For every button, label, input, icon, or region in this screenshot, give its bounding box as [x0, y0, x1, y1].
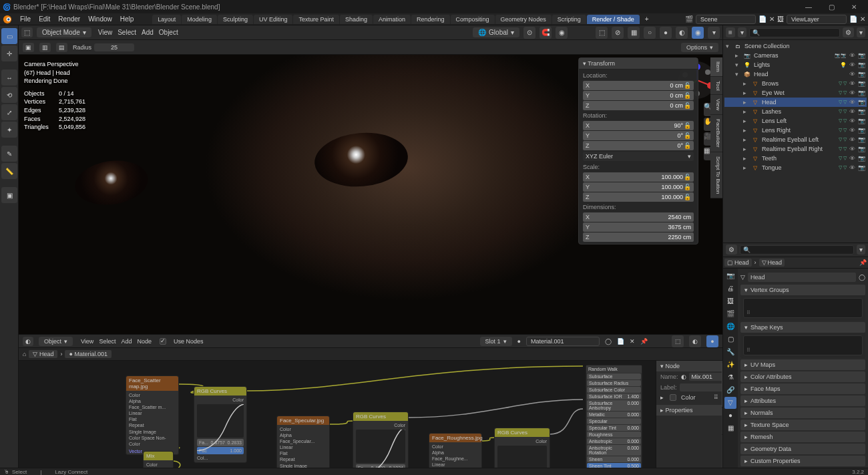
visibility-toggle[interactable]: 👁	[848, 71, 856, 77]
n-panel-tab-script-to-button[interactable]: Script To Button	[710, 152, 722, 198]
shader-menu-select[interactable]: Select	[96, 337, 118, 346]
node-properties-header[interactable]: ▸ Properties	[656, 405, 722, 416]
location-y[interactable]: Y0 cm🔓	[583, 91, 694, 100]
use-nodes-checkbox[interactable]	[160, 338, 166, 345]
unlink-material-button[interactable]: ✕	[630, 338, 635, 345]
pin-button[interactable]: 📌	[640, 338, 648, 345]
lock-icon[interactable]: 🔓	[683, 122, 691, 129]
workspace-tab-shading[interactable]: Shading	[340, 15, 373, 24]
pivot-button[interactable]: ⊙	[523, 27, 535, 39]
viewlayer-props-tab[interactable]: 🖼	[724, 295, 736, 307]
visibility-toggle[interactable]: 📷	[857, 52, 865, 59]
node-image-texture-roughness[interactable]: Face_Roughness.jpg ColorAlphaFace_Roughn…	[429, 433, 482, 468]
n-panel-tab-item[interactable]: Item	[710, 57, 722, 77]
shader-n-tab[interactable]: Options	[722, 408, 722, 435]
workspace-tab-uv-editing[interactable]: UV Editing	[254, 15, 293, 24]
outliner-tree[interactable]: ▾🗀 Scene Collection ▸📷Cameras📷📷👁📷▾💡Light…	[723, 40, 868, 243]
mode-dropdown[interactable]: Object Mode ▾	[37, 27, 91, 37]
prop-section-uv-maps[interactable]: ▸UV Maps	[740, 359, 865, 370]
viewport-menu-view[interactable]: View	[95, 27, 116, 37]
lock-icon[interactable]: 🔓	[683, 174, 691, 180]
scene-name-field[interactable]	[696, 15, 756, 24]
orientation-dropdown[interactable]: 🌐 Global ▾	[473, 27, 519, 37]
visibility-toggle[interactable]: 📷	[857, 99, 865, 106]
world-props-tab[interactable]: 🌐	[724, 321, 736, 333]
outliner-item-teeth[interactable]: ▸▽Teeth▽ ▽👁📷	[724, 154, 867, 163]
visibility-toggle[interactable]: 👁	[848, 90, 856, 96]
lock-icon[interactable]: 🔓	[683, 82, 691, 89]
snap-button[interactable]: 🧲	[539, 27, 552, 39]
rotation-x[interactable]: X90°🔓	[583, 121, 694, 130]
home-icon[interactable]: ⌂	[23, 351, 26, 357]
select-box-tool[interactable]: ▭	[1, 28, 17, 44]
node-mix[interactable]: Mix ColorClampColor10.450Color2	[143, 451, 174, 468]
node-rgb-curves-1[interactable]: RGB Curves Color Fa...0.87570.2833 Fac1.…	[194, 386, 247, 463]
menu-file[interactable]: File	[16, 14, 35, 24]
visibility-toggle[interactable]: 👁	[848, 146, 856, 152]
texture-props-tab[interactable]: ▦	[724, 422, 736, 434]
workspace-tab-sculpting[interactable]: Sculpting	[218, 15, 253, 24]
3d-viewport[interactable]: Camera Perspective (67) Head | Head Rend…	[19, 55, 722, 334]
n-panel-tab-facebuilder[interactable]: FaceBuilder	[710, 115, 722, 152]
menu-edit[interactable]: Edit	[35, 14, 54, 24]
node-principled-bsdf[interactable]: Random Walk SubsurfaceSubsurface RadiusS…	[586, 365, 642, 468]
visibility-toggle[interactable]: 👁	[848, 108, 856, 115]
outliner-item-head[interactable]: ▸▽Head▽ ▽👁📷	[724, 98, 867, 107]
scale-z[interactable]: Z100.000🔓	[583, 192, 694, 202]
workspace-tab-scripting[interactable]: Scripting	[552, 15, 586, 24]
node-rgb-curves-3[interactable]: RGB Curves Color Fac1.000 Col...	[494, 428, 550, 468]
lock-icon[interactable]: 🔓	[683, 92, 691, 99]
new-scene-button[interactable]: 📄	[758, 15, 767, 23]
viewport-menu-select[interactable]: Select	[115, 27, 139, 37]
outliner-item-brows[interactable]: ▸▽Brows▽ ▽👁📷	[724, 79, 867, 88]
object-props-tab[interactable]: ▢	[724, 333, 736, 345]
annotate-tool[interactable]: ✎	[1, 146, 17, 162]
prop-section-geometry-data[interactable]: ▸Geometry Data	[740, 444, 865, 454]
properties-search-field[interactable]	[740, 245, 854, 255]
shader-menu-view[interactable]: View	[78, 337, 96, 346]
list-box[interactable]: ⠿	[743, 335, 863, 355]
dim-x[interactable]: X2540 cm	[583, 212, 694, 222]
material-props-tab[interactable]: ●	[724, 410, 736, 422]
outliner-item-cameras[interactable]: ▸📷Cameras📷📷👁📷	[724, 51, 867, 60]
visibility-toggle[interactable]: 📷	[857, 155, 865, 162]
dim-z[interactable]: Z2250 cm	[583, 232, 694, 242]
visibility-toggle[interactable]: 📷	[857, 164, 865, 171]
workspace-tab-modeling[interactable]: Modeling	[182, 15, 217, 24]
proportional-edit-button[interactable]: ◉	[556, 27, 568, 39]
material-name-field[interactable]	[526, 337, 600, 346]
xray-toggle[interactable]: ▦	[628, 27, 640, 39]
outliner-item-head[interactable]: ▾📦Head👁📷	[724, 69, 867, 79]
rotation-z[interactable]: Z0°🔓	[583, 141, 694, 150]
visibility-toggle[interactable]: 📷	[857, 80, 865, 87]
render-props-tab[interactable]: 📷	[724, 270, 736, 282]
options-dropdown[interactable]: Options ▾	[681, 43, 718, 52]
outliner-search-field[interactable]	[749, 28, 840, 37]
shader-type-dropdown[interactable]: Object ▾	[39, 337, 73, 346]
transform-tool[interactable]: ✦	[1, 122, 17, 138]
editor-type-button[interactable]: ◐	[23, 337, 33, 346]
prop-crumb-obj[interactable]: ▢ Head	[724, 259, 752, 267]
workspace-tab-layout[interactable]: Layout	[152, 15, 181, 24]
add-workspace-button[interactable]: +	[641, 14, 653, 24]
visibility-toggle[interactable]: 📷	[857, 108, 865, 115]
wireframe-shading[interactable]: ○	[644, 27, 656, 39]
rendered-shading[interactable]: ◉	[692, 27, 704, 39]
outliner-item-tongue[interactable]: ▸▽Tongue▽ ▽👁📷	[724, 163, 867, 172]
outliner-filter-button[interactable]: ⚙	[843, 27, 854, 37]
visibility-toggle[interactable]: 👁	[848, 80, 856, 87]
prop-section-custom-properties[interactable]: ▸Custom Properties	[740, 456, 865, 466]
matprev-shading[interactable]: ◐	[676, 27, 688, 39]
visibility-toggle[interactable]: 📷	[857, 118, 865, 124]
remove-viewlayer-button[interactable]: ✕	[860, 15, 865, 23]
prop-section-face-maps[interactable]: ▸Face Maps	[740, 383, 865, 394]
node-overlay-2[interactable]: ◐	[689, 335, 701, 347]
scale-y[interactable]: Y100.000🔓	[583, 182, 694, 192]
workspace-tab-rendering[interactable]: Rendering	[411, 15, 450, 24]
n-panel-tab-tool[interactable]: Tool	[710, 77, 722, 96]
pin-icon[interactable]: 📌	[859, 259, 867, 266]
visibility-toggle[interactable]: 👁	[848, 155, 856, 162]
prop-crumb-mesh[interactable]: ▽ Head	[759, 259, 785, 267]
properties-type-button[interactable]: ⚙	[726, 245, 737, 255]
mesh-name-field[interactable]: Head	[748, 273, 856, 282]
